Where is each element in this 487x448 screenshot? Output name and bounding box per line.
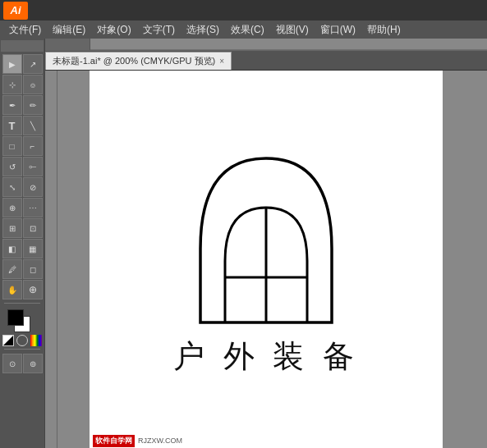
menu-window[interactable]: 窗口(W) — [315, 21, 361, 39]
chart-tool[interactable]: ▦ — [23, 239, 43, 258]
lasso-tool[interactable]: ⌾ — [23, 75, 43, 94]
rectangle-tool[interactable]: □ — [2, 136, 22, 156]
toolbar: ▶ ↗ ⊹ ⌾ ✒ ✏ T ╲ □ ⌐ ↺ ⟜ ⤡ ⊘ ⊕ ⋯ — [0, 39, 45, 448]
draw-mode-normal[interactable]: ⊙ — [2, 354, 22, 373]
symbol-sprayer-tool[interactable]: ⋯ — [23, 198, 43, 217]
document-tab[interactable]: 未标题-1.ai* @ 200% (CMYK/GPU 预览) × — [45, 52, 232, 70]
menu-text[interactable]: 文字(T) — [137, 21, 181, 39]
menu-select[interactable]: 选择(S) — [181, 21, 225, 39]
rotate-tool[interactable]: ↺ — [2, 157, 22, 176]
watermark: 软件自学网 RJZXW.COM — [93, 435, 182, 447]
draw-mode-inside[interactable]: ⊚ — [23, 354, 43, 373]
menu-effect[interactable]: 效果(C) — [225, 21, 270, 39]
measure-tool[interactable]: ◻ — [23, 259, 43, 279]
paintbrush-tool[interactable]: ⌐ — [23, 136, 43, 156]
right-panel: // draw tick marks 未标题-1.ai* @ 200% (CMY… — [45, 39, 487, 448]
artwork-text: 户 外 装 备 — [173, 336, 359, 377]
ruler-top: // draw tick marks — [45, 39, 487, 51]
scale-tool[interactable]: ⤡ — [2, 177, 22, 197]
canvas: 户 外 装 备 软件自学网 RJZXW.COM — [90, 71, 443, 448]
eyedropper-tool[interactable]: 🖉 — [2, 259, 22, 279]
menu-view[interactable]: 视图(V) — [270, 21, 315, 39]
zoom-tool[interactable]: ⊕ — [23, 280, 43, 299]
blend-tool[interactable]: ⊕ — [2, 198, 22, 217]
menu-help[interactable]: 帮助(H) — [361, 21, 407, 39]
menu-object[interactable]: 对象(O) — [91, 21, 136, 39]
tab-title: 未标题-1.ai* @ 200% (CMYK/GPU 预览) — [53, 55, 215, 67]
gradient-tool[interactable]: ◧ — [2, 239, 22, 258]
canvas-area: 户 外 装 备 软件自学网 RJZXW.COM — [45, 71, 487, 448]
menu-file[interactable]: 文件(F) — [3, 21, 47, 39]
default-colors-icon[interactable] — [2, 335, 14, 346]
workspace: ▶ ↗ ⊹ ⌾ ✒ ✏ T ╲ □ ⌐ ↺ ⟜ ⤡ ⊘ ⊕ ⋯ — [0, 39, 487, 448]
warp-tool[interactable]: ⟜ — [23, 157, 43, 176]
tab-bar: 未标题-1.ai* @ 200% (CMYK/GPU 预览) × — [45, 51, 487, 71]
magic-wand-tool[interactable]: ⊹ — [2, 75, 22, 94]
color-swatches[interactable] — [2, 309, 42, 346]
line-tool[interactable]: ╲ — [23, 116, 43, 135]
tab-close-button[interactable]: × — [219, 57, 224, 66]
ruler-horizontal: // draw tick marks — [90, 39, 487, 51]
title-bar: Ai — [0, 0, 487, 21]
gradient-color-icon[interactable] — [30, 335, 42, 346]
artwork: 户 外 装 备 — [173, 142, 359, 377]
shear-tool[interactable]: ⊘ — [23, 177, 43, 197]
add-anchor-tool[interactable]: ✏ — [23, 95, 43, 115]
selection-tool[interactable]: ▶ — [2, 54, 22, 74]
pen-tool[interactable]: ✒ — [2, 95, 22, 115]
tent-icon — [184, 142, 348, 331]
watermark-label: 软件自学网 — [93, 435, 135, 447]
mesh-tool[interactable]: ⊡ — [23, 218, 43, 238]
ai-logo: Ai — [3, 2, 28, 20]
direct-selection-tool[interactable]: ↗ — [23, 54, 43, 74]
ruler-corner — [45, 39, 90, 51]
none-color-icon[interactable] — [16, 335, 28, 346]
graph-tool[interactable]: ⊞ — [2, 218, 22, 238]
hand-tool[interactable]: ✋ — [2, 280, 22, 299]
watermark-domain: RJZXW.COM — [138, 437, 182, 445]
menu-bar: 文件(F) 编辑(E) 对象(O) 文字(T) 选择(S) 效果(C) 视图(V… — [0, 21, 487, 39]
foreground-color-swatch[interactable] — [7, 309, 24, 326]
menu-edit[interactable]: 编辑(E) — [47, 21, 91, 39]
type-tool[interactable]: T — [2, 116, 22, 135]
